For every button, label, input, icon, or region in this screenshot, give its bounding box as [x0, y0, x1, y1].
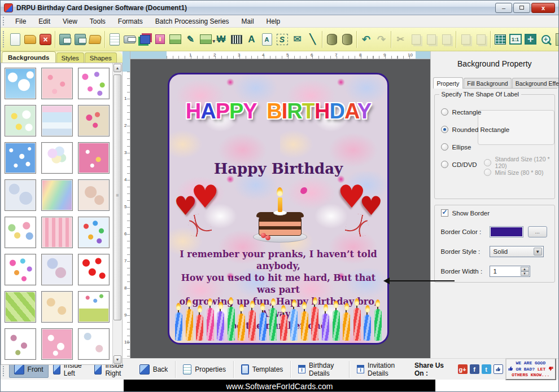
scroll-down-icon[interactable]: ▼ [113, 355, 121, 364]
undo-icon: ↶ [362, 33, 370, 46]
birthday-candle [322, 314, 329, 341]
bg-plum-floral[interactable] [5, 328, 36, 360]
radio-ellipse[interactable]: Ellipse [441, 143, 471, 151]
toolbar-notes-icon[interactable] [107, 32, 121, 47]
tab-styles[interactable]: Styles [56, 52, 84, 63]
tool-button-properties[interactable]: Properties [178, 362, 230, 377]
feedback-badge[interactable]: WE ARE GOOD OR BAD? LET OTHERS KNOW... [505, 358, 556, 380]
like-icon[interactable] [494, 364, 503, 374]
horizontal-ruler-ticks [167, 56, 414, 59]
menu-help[interactable]: Help [260, 16, 287, 27]
color-picker-button[interactable]: ... [528, 226, 547, 237]
toolbar-actual-size-icon[interactable]: 1:1 [508, 32, 522, 47]
minimize-button[interactable]: – [495, 3, 512, 13]
bg-cakes-cream[interactable] [41, 291, 73, 323]
toolbar-save-as-icon[interactable] [73, 32, 87, 47]
birthday-card-preview[interactable]: HAPPY BIRTHDAY Happy Birthday ♥ ♥ ♥ ♥ [168, 73, 389, 345]
close-button[interactable]: x [531, 3, 555, 13]
twitter-icon[interactable]: t [482, 364, 491, 374]
bg-birds-beige[interactable] [78, 105, 110, 136]
toolbar-zoom-icon[interactable]: + [539, 32, 553, 47]
toolbar-gift-icon[interactable] [153, 32, 167, 47]
toolbar-open-file-icon[interactable] [23, 32, 37, 47]
spin-up-icon[interactable]: ▲ [521, 267, 529, 271]
bg-bouquet[interactable] [41, 254, 73, 285]
tab-fill-background[interactable]: Fill Background [464, 78, 511, 88]
bg-hearts-rainbow[interactable] [5, 254, 36, 285]
scroll-up-icon[interactable]: ▲ [113, 64, 121, 72]
menu-tools[interactable]: Tools [84, 16, 112, 27]
tab-backgrounds[interactable]: Backgrounds [2, 51, 56, 63]
radio-cd-dvd[interactable]: CD/DVD [441, 161, 477, 168]
bg-butterfly-garden[interactable] [78, 68, 110, 99]
bg-green-stripes[interactable] [5, 291, 36, 323]
bg-winter-scene[interactable] [41, 105, 73, 136]
toolbar-new-document-icon[interactable] [8, 32, 22, 47]
toolbar-close-file-icon[interactable]: × [38, 32, 53, 47]
tool-button-invitation-details[interactable]: IInvitation Details [352, 359, 407, 380]
radio-rectangle[interactable]: Rectangle [441, 108, 482, 116]
toolbar-copy-design-icon[interactable] [138, 32, 152, 47]
toolbar-print-icon[interactable] [123, 32, 137, 47]
bg-teddy-cream[interactable] [78, 179, 110, 211]
toolbar-fit-page-icon[interactable]: ✛ [523, 32, 538, 47]
menu-edit[interactable]: Edit [32, 16, 56, 27]
scrollbar-thumb[interactable] [113, 74, 121, 320]
toolbar-save-icon[interactable] [58, 32, 72, 47]
bg-pink-lace[interactable] [41, 217, 73, 248]
tool-button-birthday-details[interactable]: IBirthday Details [294, 359, 346, 380]
menu-mail[interactable]: Mail [235, 16, 260, 27]
bg-daisy-mint[interactable] [5, 105, 36, 136]
toolbar-barcode-icon[interactable] [229, 32, 243, 47]
menu-formats[interactable]: Formats [112, 16, 149, 27]
tool-button-templates[interactable]: Templates [237, 362, 288, 377]
zoom-level-select[interactable]: 140% [556, 33, 559, 46]
tab-background-effects[interactable]: Background Effects [512, 78, 559, 88]
bg-rose-sketch[interactable] [78, 328, 110, 360]
toolbar-insert-image-icon[interactable] [168, 32, 182, 47]
toolbar-line-tool-icon[interactable]: ╲ [305, 32, 320, 47]
dropdown-arrow-icon[interactable]: ▼ [534, 248, 542, 256]
bg-sky-clouds[interactable] [5, 68, 36, 99]
bg-starry-blue[interactable] [5, 142, 36, 174]
toolbar-database-icon[interactable] [325, 32, 339, 47]
googleplus-icon[interactable]: g+ [458, 364, 468, 374]
restore-button[interactable] [513, 3, 530, 13]
radio-rounded-rectangle[interactable]: Rounded Rectangle [441, 126, 510, 133]
toolbar-pen-icon[interactable]: ✎ [184, 32, 198, 47]
bg-bubbles[interactable] [5, 179, 36, 211]
toolbar-font-icon[interactable]: A [244, 32, 259, 47]
toolbar-grid-icon[interactable] [493, 32, 507, 47]
border-width-input[interactable]: 1 ▲▼ [490, 266, 530, 277]
bg-rainbow-pastel[interactable] [41, 179, 73, 211]
toolbar-watermark-icon[interactable]: ₩ [214, 32, 228, 47]
toolbar-database-export-icon[interactable] [340, 32, 354, 47]
facebook-icon[interactable]: f [470, 364, 479, 374]
bg-pink-floral[interactable] [41, 68, 73, 99]
tab-property[interactable]: Property [433, 77, 464, 89]
bg-cake-pink[interactable] [78, 142, 110, 174]
design-canvas[interactable]: HAPPY BIRTHDAY Happy Birthday ♥ ♥ ♥ ♥ [130, 59, 430, 358]
toolbar-shapes-dropdown-icon[interactable] [199, 32, 213, 47]
bg-meadow-floral[interactable] [78, 291, 110, 323]
left-panel-scrollbar[interactable]: ▲ ▼ [112, 63, 122, 364]
tab-shapes[interactable]: Shapes [85, 52, 117, 63]
toolbar-signature-icon[interactable]: S [275, 32, 289, 47]
bg-pink-swirls[interactable] [41, 328, 73, 360]
menu-batch-processing-series[interactable]: Batch Processing Series [149, 16, 235, 27]
border-color-swatch[interactable] [490, 226, 523, 237]
bg-red-hearts[interactable] [78, 254, 110, 285]
menu-file[interactable]: File [9, 16, 32, 27]
spin-down-icon[interactable]: ▼ [521, 271, 529, 276]
bg-happy-birthday-script[interactable] [5, 217, 36, 248]
toolbar-email-icon[interactable]: ✉ [290, 32, 304, 47]
border-style-select[interactable]: Solid ▼ [490, 246, 544, 257]
toolbar-text-page-icon[interactable]: A [260, 32, 274, 47]
bg-pastel-balloons[interactable] [41, 142, 73, 174]
page-button-back[interactable]: Back [135, 362, 173, 377]
menu-view[interactable]: View [56, 16, 84, 27]
toolbar-export-icon[interactable] [88, 32, 102, 47]
bg-balloon-sky[interactable] [78, 217, 110, 248]
show-border-checkbox[interactable] [441, 209, 452, 217]
toolbar-undo-icon[interactable]: ↶ [359, 32, 373, 47]
